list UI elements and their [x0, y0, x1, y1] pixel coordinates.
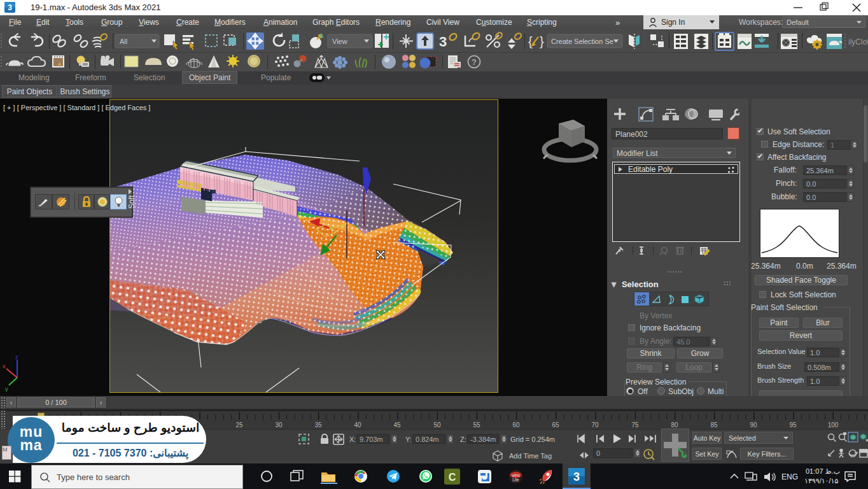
- svg-text:55: 55: [473, 422, 480, 429]
- svg-text:70: 70: [591, 422, 599, 429]
- svg-text:y: y: [5, 386, 8, 392]
- svg-text:65: 65: [552, 422, 559, 429]
- svg-text:3: 3: [439, 34, 447, 50]
- svg-text:?: ?: [472, 57, 477, 67]
- svg-text:Create Selection Se: Create Selection Se: [551, 38, 613, 45]
- svg-text:View: View: [332, 38, 347, 45]
- svg-text:VPN: VPN: [512, 474, 519, 478]
- svg-text:45: 45: [393, 422, 401, 429]
- svg-text:C: C: [449, 472, 456, 483]
- svg-text:40: 40: [354, 422, 361, 429]
- svg-text:85: 85: [710, 422, 718, 429]
- svg-text:50: 50: [433, 422, 441, 429]
- svg-text:ilyClot: ilyClot: [848, 38, 868, 46]
- svg-text:All: All: [120, 38, 127, 45]
- svg-text:100: 100: [828, 422, 839, 429]
- svg-text:80: 80: [671, 422, 678, 429]
- svg-text:3: 3: [8, 3, 12, 12]
- svg-text:3: 3: [573, 471, 580, 483]
- svg-text:Lite: Lite: [512, 478, 519, 482]
- svg-text:}: }: [540, 34, 544, 48]
- svg-text:75: 75: [631, 422, 639, 429]
- svg-text:95: 95: [789, 422, 797, 429]
- svg-text:x: x: [3, 363, 6, 369]
- svg-text:30: 30: [275, 422, 283, 429]
- svg-text:35: 35: [314, 422, 322, 429]
- svg-text:25: 25: [235, 422, 243, 429]
- svg-text:90: 90: [750, 422, 757, 429]
- svg-text:60: 60: [512, 422, 520, 429]
- svg-text:z: z: [15, 354, 18, 360]
